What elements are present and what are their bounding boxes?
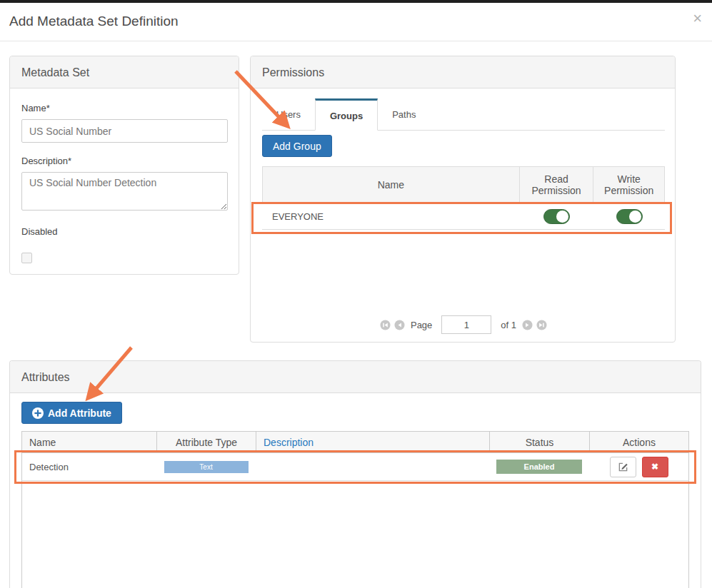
column-header-actions: Actions [589,432,688,452]
plus-circle-icon [32,407,44,419]
toggle-knob [556,211,568,223]
page-of-label: of 1 [501,320,516,330]
modal-header: Add Metadata Set Definition × [0,3,712,41]
attributes-panel-title: Attributes [10,361,701,393]
description-label: Description* [21,156,227,166]
read-permission-toggle[interactable] [543,209,570,224]
tab-users[interactable]: Users [262,99,315,130]
pagination-bar: Page of 1 [251,315,676,334]
close-icon[interactable]: × [693,11,702,26]
metadata-set-panel-body: Name* Description* US Social Number Dete… [10,88,239,278]
description-textarea[interactable]: US Social Number Detection [21,172,228,211]
add-group-button-label: Add Group [273,141,321,152]
column-header-attribute-type: Attribute Type [156,432,256,452]
tab-groups[interactable]: Groups [315,98,378,131]
disabled-checkbox[interactable] [21,253,32,263]
attributes-table-empty-area [21,481,689,588]
delete-x-icon: ✖ [651,462,658,472]
permissions-tabs: Users Groups Paths [262,99,665,131]
delete-button[interactable]: ✖ [642,457,668,477]
add-group-button[interactable]: Add Group [262,135,332,157]
attributes-panel: Attributes Add Attribute Name Attribute … [9,360,701,588]
attributes-table: Name Attribute Type Description Status A… [21,431,689,588]
name-label: Name* [21,103,227,113]
disabled-label: Disabled [21,226,227,237]
table-row-everyone: EVERYONE [262,203,665,230]
status-badge: Enabled [496,460,582,474]
permissions-panel: Permissions Users Groups Paths Add Group… [250,56,676,343]
column-header-name: Name [263,167,519,203]
row-actions: ✖ [610,457,668,477]
write-permission-toggle[interactable] [616,209,643,224]
group-name: EVERYONE [262,211,519,222]
edit-pencil-icon [618,462,628,472]
prev-page-icon[interactable] [394,320,405,330]
last-page-icon[interactable] [536,320,547,330]
first-page-icon[interactable] [380,320,391,330]
metadata-set-panel-title: Metadata Set [10,56,239,88]
column-header-name: Name [22,432,156,452]
add-attribute-button[interactable]: Add Attribute [21,402,122,424]
page-label: Page [411,320,432,330]
column-header-read-permission: Read Permission [519,167,593,203]
permissions-panel-title: Permissions [251,56,675,88]
name-input[interactable] [21,119,228,143]
attribute-name: Detection [22,462,156,472]
modal-title: Add Metadata Set Definition [9,14,179,29]
permissions-table: Name Read Permission Write Permission EV… [262,166,665,230]
table-row-detection: Detection Text Enabled [21,453,689,481]
page-number-input[interactable] [441,315,491,334]
tab-paths[interactable]: Paths [378,99,430,130]
attributes-table-header: Name Attribute Type Description Status A… [21,431,689,453]
toggle-knob [629,211,641,223]
add-attribute-button-label: Add Attribute [48,407,111,419]
column-header-description[interactable]: Description [256,432,489,452]
metadata-set-panel: Metadata Set Name* Description* US Socia… [9,56,239,275]
column-header-write-permission: Write Permission [593,167,664,203]
add-metadata-set-dialog: Add Metadata Set Definition × Metadata S… [0,0,712,588]
next-page-icon[interactable] [522,320,533,330]
permissions-table-header: Name Read Permission Write Permission [262,166,665,203]
column-header-status: Status [489,432,589,452]
attribute-type-badge: Text [164,461,249,473]
edit-button[interactable] [610,457,636,477]
